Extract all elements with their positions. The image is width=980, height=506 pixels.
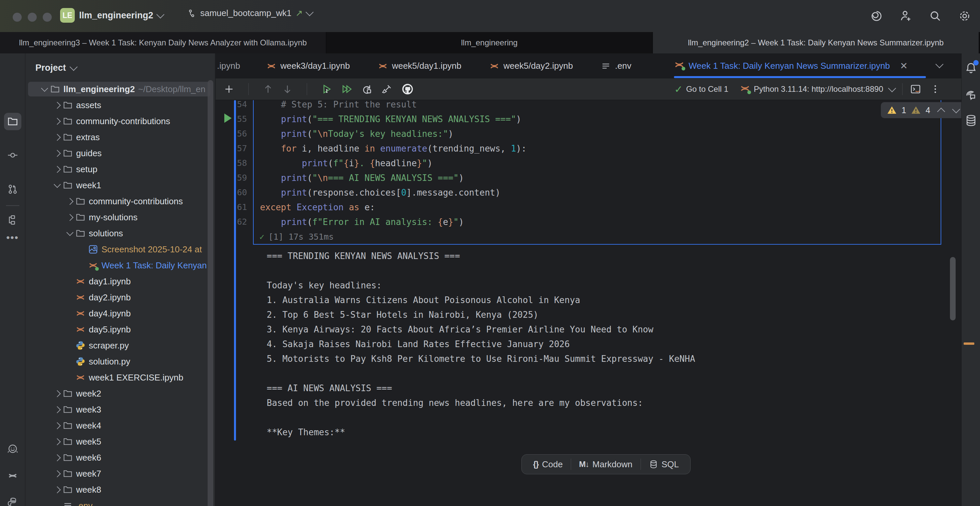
tree-item-setup[interactable]: setup	[25, 161, 215, 177]
editor-tab--env[interactable]: .env	[587, 53, 645, 78]
editor-scrollbar[interactable]	[950, 257, 956, 320]
project-tool-icon[interactable]	[4, 113, 21, 130]
code-line[interactable]: print("\nToday's key headlines:")	[260, 126, 453, 141]
tree-item-day2-ipynb[interactable]: day2.ipynb	[25, 290, 215, 306]
run-cell-icon[interactable]	[321, 83, 332, 95]
pull-requests-tool-icon[interactable]	[7, 184, 18, 195]
chevron-right-icon[interactable]	[51, 471, 63, 476]
chevron-right-icon[interactable]	[51, 103, 63, 108]
database-tool-icon[interactable]	[965, 114, 977, 127]
code-line[interactable]: print(response.choices[0].message.conten…	[260, 185, 500, 200]
chevron-right-icon[interactable]	[51, 423, 63, 428]
add-code-cell-button[interactable]: {} Code	[525, 455, 571, 474]
add-sql-cell-button[interactable]: SQL	[641, 455, 687, 474]
kebab-menu-icon[interactable]	[930, 84, 940, 94]
project-panel-header[interactable]: Project	[35, 63, 76, 73]
next-problem-icon[interactable]	[952, 105, 960, 113]
tree-item-guides[interactable]: guides	[25, 145, 215, 161]
add-user-icon[interactable]	[899, 10, 913, 23]
project-widget[interactable]: LE llm_engineering2	[60, 8, 163, 23]
chevron-right-icon[interactable]	[51, 487, 63, 492]
git-branch-widget[interactable]: samuel_bootcamp_wk1 ↗	[187, 8, 312, 18]
window-minimize-button[interactable]	[28, 13, 37, 22]
prev-problem-icon[interactable]	[937, 107, 945, 116]
code-line[interactable]: # Step 5: Print the result	[260, 100, 417, 112]
tree-item-week2[interactable]: week2	[25, 385, 215, 401]
code-line[interactable]: except Exception as e:	[260, 200, 375, 215]
inspections-widget[interactable]: 1 4	[881, 102, 961, 118]
tree-item-week1-exercise-ipynb[interactable]: week1 EXERCISE.ipynb	[25, 369, 215, 385]
chevron-right-icon[interactable]	[51, 407, 63, 412]
add-markdown-cell-button[interactable]: M↓ Markdown	[571, 455, 641, 474]
code-line[interactable]: print("=== TRENDING KENYAN NEWS ANALYSIS…	[260, 112, 521, 126]
ai-chat-tool-icon[interactable]	[965, 88, 977, 101]
ai-assistant-icon[interactable]	[870, 10, 883, 23]
tree-item-extras[interactable]: extras	[25, 129, 215, 145]
chevron-right-icon[interactable]	[51, 167, 63, 172]
structure-tool-icon[interactable]	[7, 214, 18, 226]
tree-item-community-contributions[interactable]: community-contributions	[25, 113, 215, 129]
move-cell-up-icon[interactable]	[263, 84, 274, 94]
restart-kernel-icon[interactable]	[361, 83, 372, 95]
tree-item--env[interactable]: .env	[25, 498, 215, 506]
github-icon[interactable]	[401, 83, 414, 95]
huggingface-tool-icon[interactable]	[7, 443, 19, 455]
chevron-down-icon[interactable]	[51, 184, 63, 187]
tree-item-solution-py[interactable]: solution.py	[25, 353, 215, 369]
project-panel-scrollbar[interactable]	[208, 80, 213, 506]
chevron-right-icon[interactable]	[51, 151, 63, 156]
editor-tab-week5-day1-ipynb[interactable]: week5/day1.ipynb	[364, 53, 475, 78]
code-line[interactable]: print(f"Error in AI analysis: {e}")	[260, 215, 464, 229]
add-cell-icon[interactable]	[224, 84, 234, 94]
run-all-cells-icon[interactable]	[341, 83, 353, 95]
chevron-right-icon[interactable]	[51, 439, 63, 444]
tab-list-chevron-icon[interactable]	[935, 60, 943, 68]
chevron-right-icon[interactable]	[64, 215, 75, 220]
tree-item-assets[interactable]: assets	[25, 97, 215, 113]
window-tab-llm-engineering2[interactable]: llm_engineering2 – Week 1 Task: Daily Ke…	[653, 32, 979, 53]
editor-tab-week3-day1-ipynb[interactable]: week3/day1.ipynb	[252, 53, 364, 78]
tree-item-scraper-py[interactable]: scraper.py	[25, 337, 215, 353]
more-tools-icon[interactable]: •••	[6, 232, 19, 243]
clear-outputs-icon[interactable]	[381, 83, 393, 95]
tree-item-llm-engineering2[interactable]: llm_engineering2~/Desktop/llm_en	[25, 81, 215, 97]
code-line[interactable]: print(f"{i}. {headline}")	[260, 156, 433, 170]
notifications-bell-icon[interactable]	[965, 61, 977, 75]
window-tab-llm-engineering3[interactable]: llm_engineering3 – Week 1 Task: Kenyan D…	[0, 32, 326, 53]
tree-item-week3[interactable]: week3	[25, 401, 215, 418]
tree-item-community-contributions[interactable]: community-contributions	[25, 193, 215, 209]
tree-item-week6[interactable]: week6	[25, 450, 215, 466]
tree-item-week-1-task-daily-kenyan[interactable]: Week 1 Task: Daily Kenyan	[25, 257, 215, 274]
chevron-right-icon[interactable]	[51, 455, 63, 460]
tree-item-screenshot-2025-10-24-at[interactable]: Screenshot 2025-10-24 at	[25, 241, 215, 257]
editor-tab-week5-day2-ipynb[interactable]: week5/day2.ipynb	[475, 53, 587, 78]
move-cell-down-icon[interactable]	[282, 84, 293, 94]
window-close-button[interactable]	[13, 13, 22, 22]
editor-tab-active[interactable]: Week 1 Task: Daily Kenyan News Summarize…	[674, 53, 908, 78]
tree-item-week1[interactable]: week1	[25, 177, 215, 193]
tree-item-day1-ipynb[interactable]: day1.ipynb	[25, 274, 215, 290]
tree-item-week8[interactable]: week8	[25, 482, 215, 498]
commit-tool-icon[interactable]	[7, 150, 18, 161]
tree-item-day4-ipynb[interactable]: day4.ipynb	[25, 306, 215, 321]
chevron-down-icon[interactable]	[39, 88, 50, 91]
kernel-selector[interactable]: Python 3.11.14: http://localhost:8890	[754, 84, 883, 94]
tree-item-my-solutions[interactable]: my-solutions	[25, 209, 215, 225]
notebook-canvas[interactable]: 545556575859606162 # Step 5: Print the r…	[216, 100, 961, 506]
chevron-right-icon[interactable]	[51, 391, 63, 396]
tree-item-week5[interactable]: week5	[25, 434, 215, 450]
tree-item-week7[interactable]: week7	[25, 466, 215, 482]
window-tab-llm-engineering[interactable]: llm_engineering	[326, 32, 653, 53]
jupyter-tool-icon[interactable]	[7, 470, 19, 482]
close-icon[interactable]: ✕	[900, 60, 908, 72]
chevron-down-icon[interactable]	[888, 84, 896, 92]
tree-item-week4[interactable]: week4	[25, 418, 215, 434]
editor-tab-truncated[interactable]: .ipynb	[217, 53, 240, 78]
python-console-tool-icon[interactable]	[7, 496, 19, 506]
chevron-down-icon[interactable]	[64, 232, 75, 235]
go-to-cell-button[interactable]: Go to Cell 1	[686, 84, 728, 94]
chevron-right-icon[interactable]	[64, 199, 75, 204]
code-line[interactable]: for i, headline in enumerate(trending_ne…	[260, 141, 527, 156]
gutter-run-icon[interactable]	[224, 113, 232, 123]
settings-gear-icon[interactable]	[958, 10, 971, 23]
